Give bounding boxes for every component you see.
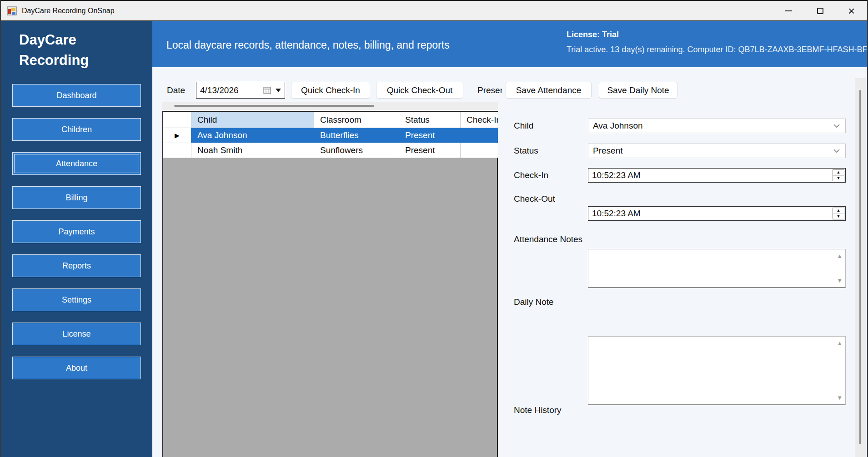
checkin-time-value: 10:52:23 AM (592, 170, 641, 180)
sidebar-item-about[interactable]: About (12, 357, 141, 379)
spinner-up-button[interactable]: ▲ (833, 208, 844, 214)
daily-note-input[interactable]: ▲ ▼ (588, 336, 846, 405)
save-attendance-button[interactable]: Save Attendance (506, 82, 592, 99)
app-icon (6, 5, 17, 16)
app-window: DayCare Recording OnSnap × DayCare Recor… (0, 0, 868, 457)
scroll-up-icon[interactable]: ▲ (837, 340, 843, 346)
checkout-field-label: Check-Out (514, 194, 555, 204)
sidebar-item-settings[interactable]: Settings (12, 288, 141, 311)
scrollbar-thumb[interactable] (859, 90, 861, 444)
attendance-page: Date 4/13/2026 Quick Check-In Quick Chec… (152, 67, 867, 457)
window-controls: × (773, 1, 867, 20)
sidebar-item-payments[interactable]: Payments (12, 220, 141, 243)
sidebar-item-attendance[interactable]: Attendance (12, 152, 141, 175)
daily-note-label: Daily Note (514, 297, 554, 307)
scroll-down-icon[interactable]: ▼ (837, 395, 843, 401)
sidebar-item-reports[interactable]: Reports (12, 254, 141, 277)
spinner-down-button[interactable]: ▼ (833, 214, 844, 219)
sidebar-item-children[interactable]: Children (12, 118, 141, 141)
scrollbar-thumb[interactable] (174, 105, 374, 107)
column-header-status[interactable]: Status (399, 112, 461, 128)
titlebar: DayCare Recording OnSnap × (1, 1, 867, 21)
minimize-icon (785, 10, 792, 11)
app-tagline: Local daycare records, attendance, notes… (166, 39, 450, 51)
checkout-time-picker[interactable]: 10:52:23 AM ▲ ▼ (588, 206, 846, 221)
sidebar-item-billing[interactable]: Billing (12, 186, 141, 209)
row-selector-header[interactable] (163, 112, 191, 128)
app-logo: DayCare Recording (1, 21, 152, 71)
grid-horizontal-scrollbar[interactable] (162, 102, 498, 110)
time-spinner: ▲ ▼ (833, 169, 844, 181)
minimize-button[interactable] (773, 1, 804, 20)
scroll-up-icon[interactable]: ▲ (837, 253, 843, 259)
time-spinner: ▲ ▼ (833, 208, 844, 219)
maximize-icon (817, 8, 823, 14)
child-dropdown[interactable]: Ava Johnson (588, 119, 846, 133)
quick-checkout-button[interactable]: Quick Check-Out (376, 82, 463, 99)
sidebar-item-dashboard[interactable]: Dashboard (12, 84, 141, 107)
save-daily-note-button[interactable]: Save Daily Note (599, 82, 677, 99)
checkin-field-label: Check-In (514, 170, 548, 180)
spinner-up-button[interactable]: ▲ (833, 170, 844, 176)
column-header-classroom[interactable]: Classroom (314, 112, 399, 128)
spinner-down-icon: ▼ (837, 176, 841, 180)
attendance-notes-input[interactable]: ▲ ▼ (588, 249, 846, 288)
row-selector-cell[interactable] (163, 143, 191, 158)
sidebar: DayCare Recording Dashboard Children Att… (1, 21, 152, 457)
quick-checkin-button[interactable]: Quick Check-In (291, 82, 370, 99)
date-picker[interactable]: 4/13/2026 (196, 82, 285, 99)
chevron-down-icon (833, 148, 841, 154)
row-selector-cell[interactable]: ▶ (163, 128, 191, 143)
truncated-present-label: Presen (477, 82, 502, 99)
cell-classroom[interactable]: Sunflowers (314, 143, 399, 158)
maximize-button[interactable] (804, 1, 836, 20)
scroll-down-icon[interactable]: ▼ (837, 278, 843, 283)
close-button[interactable]: × (836, 1, 867, 20)
table-row[interactable]: Noah Smith Sunflowers Present (163, 143, 497, 158)
window-title: DayCare Recording OnSnap (22, 7, 115, 15)
logo-line-1: DayCare (19, 30, 152, 50)
license-detail: Trial active. 13 day(s) remaining. Compu… (567, 45, 867, 55)
table-row[interactable]: ▶ Ava Johnson Butterflies Present (163, 128, 497, 143)
date-dropdown-icon (276, 89, 281, 92)
current-row-icon: ▶ (175, 132, 180, 139)
main-area: Local daycare records, attendance, notes… (152, 21, 867, 457)
child-dropdown-value: Ava Johnson (593, 121, 833, 131)
cell-status[interactable]: Present (399, 128, 461, 143)
cell-child[interactable]: Ava Johnson (191, 128, 314, 143)
logo-line-2: Recording (19, 50, 152, 71)
column-header-checkin[interactable]: Check-In (461, 112, 498, 128)
attendance-notes-label: Attendance Notes (514, 234, 582, 244)
checkin-time-picker[interactable]: 10:52:23 AM ▲ ▼ (588, 168, 846, 183)
chevron-down-icon (833, 123, 841, 129)
cell-classroom[interactable]: Butterflies (314, 128, 399, 143)
close-icon: × (848, 5, 855, 17)
date-label: Date (167, 82, 185, 99)
main-vertical-scrollbar[interactable] (855, 78, 866, 457)
note-history-label: Note History (514, 405, 562, 415)
cell-child[interactable]: Noah Smith (191, 143, 314, 158)
calendar-icon (263, 86, 272, 95)
license-status: License: Trial (567, 30, 867, 40)
status-dropdown[interactable]: Present (588, 144, 846, 158)
status-dropdown-value: Present (593, 146, 833, 156)
column-header-child[interactable]: Child (191, 112, 314, 128)
cell-checkin[interactable] (461, 143, 498, 158)
grid-header-row: Child Classroom Status Check-In (163, 112, 497, 128)
spinner-down-button[interactable]: ▼ (833, 176, 844, 181)
page-header: Local daycare records, attendance, notes… (152, 21, 867, 67)
checkout-time-value: 10:52:23 AM (592, 209, 641, 219)
sidebar-nav: Dashboard Children Attendance Billing Pa… (12, 84, 141, 379)
attendance-grid: Child Classroom Status Check-In ▶ Ava Jo… (162, 111, 498, 457)
cell-checkin[interactable] (461, 128, 498, 143)
spinner-down-icon: ▼ (837, 214, 841, 219)
date-value: 4/13/2026 (200, 85, 263, 95)
spinner-up-icon: ▲ (837, 209, 841, 213)
child-field-label: Child (514, 121, 533, 131)
license-info: License: Trial Trial active. 13 day(s) r… (567, 30, 867, 55)
status-field-label: Status (514, 146, 538, 156)
sidebar-item-license[interactable]: License (12, 323, 141, 345)
spinner-up-icon: ▲ (837, 170, 841, 174)
cell-status[interactable]: Present (399, 143, 461, 158)
